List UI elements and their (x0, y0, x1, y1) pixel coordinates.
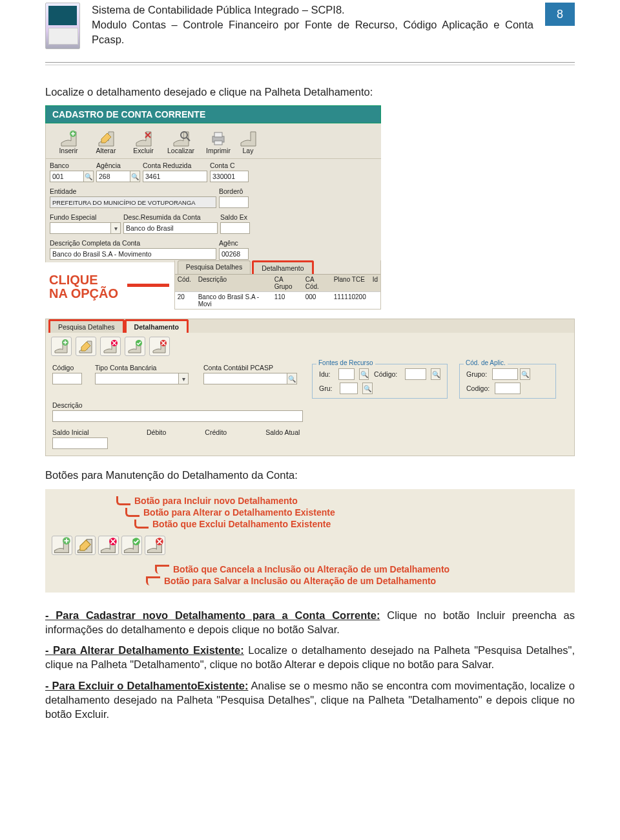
screenshot-cadastro: CADASTRO DE CONTA CORRENTE Inserir Alter… (45, 105, 381, 310)
para-cadastrar: - Para Cadastrar novo Detalhamento para … (45, 608, 575, 637)
saldo-inicial-input[interactable] (52, 437, 108, 449)
aplic-group-title: Cód. de Aplic. (464, 359, 508, 366)
descricao-input[interactable] (52, 410, 303, 422)
window-title: CADASTRO DE CONTA CORRENTE (45, 105, 381, 123)
tab-detalhamento[interactable]: Detalhamento (252, 260, 313, 274)
desc-resumida-label: Desc.Resumida da Conta (123, 213, 218, 221)
codigo-label: Código (52, 364, 83, 372)
intro-text: Localize o detalhamento desejado e cliqu… (45, 85, 575, 99)
lay-button[interactable]: Lay (237, 129, 259, 158)
lookup-icon[interactable]: 🔍 (287, 373, 297, 384)
salvar-button[interactable] (121, 536, 142, 555)
incluir-button[interactable] (51, 337, 72, 356)
agenc2-input[interactable]: 00268 (219, 248, 249, 260)
page-number-badge: 8 (545, 3, 575, 26)
svg-rect-3 (214, 132, 222, 137)
conta-pcasp-label: Conta Contábil PCASP (203, 364, 300, 372)
banco-input[interactable]: 001 (50, 171, 84, 182)
desc-cancelar: Botão que Cancela a Inclusão ou Alteraçã… (155, 564, 568, 574)
screenshot-detalhamento: Pesquisa Detalhes Detalhamento Código Ti… (45, 319, 575, 456)
fundo-input[interactable] (50, 222, 111, 234)
fontes-gru-input[interactable] (340, 383, 358, 394)
buttons-heading: Botões para Manutenção do Detalhamento d… (45, 468, 575, 482)
logo-icon (45, 3, 80, 49)
alterar-button[interactable] (76, 337, 96, 356)
salvar-button[interactable] (125, 337, 145, 356)
conta-c-input[interactable]: 330001 (210, 171, 249, 182)
dropdown-icon[interactable]: ▾ (178, 373, 189, 384)
agencia-label: Agência (96, 162, 140, 169)
para-excluir: - Para Excluir o DetalhamentoExistente: … (45, 678, 575, 722)
tab-pesquisa-detalhes[interactable]: Pesquisa Detalhes (178, 260, 251, 274)
callout-clique: CLIQUENA OPÇÃO (45, 269, 122, 300)
entidade-input: PREFEITURA DO MUNICÍPIO DE VOTUPORANGA (50, 196, 216, 208)
saldo-atual-label: Saldo Atual (265, 428, 300, 449)
lookup-icon[interactable]: 🔍 (359, 368, 369, 380)
desc-alterar: Botão para Alterar o Detalhamento Existe… (125, 507, 568, 518)
saldo-ex-input[interactable] (220, 222, 250, 234)
tab-pesquisa-detalhes[interactable]: Pesquisa Detalhes (48, 319, 125, 333)
alterar-button[interactable] (75, 536, 96, 555)
banco-label: Banco (50, 162, 94, 169)
desc-completa-input[interactable]: Banco do Brasil S.A - Movimento (50, 248, 216, 260)
agenc2-label: Agênc (219, 239, 249, 247)
desc-salvar: Botão para Salvar a Inclusão ou Alteraçã… (146, 576, 568, 586)
conta-reduzida-input[interactable]: 3461 (143, 171, 207, 182)
conta-reduzida-label: Conta Reduzida (143, 162, 207, 169)
debito-label: Débito (147, 428, 166, 449)
svg-rect-4 (214, 141, 222, 145)
imprimir-button[interactable]: Imprimir (200, 129, 237, 158)
fontes-group-title: Fontes de Recurso (316, 359, 375, 366)
excluir-button[interactable] (98, 536, 119, 555)
conta-c-label: Conta C (210, 162, 249, 169)
tab-detalhamento[interactable]: Detalhamento (125, 319, 189, 333)
bordero-label: Borderô (219, 187, 249, 195)
desc-incluir: Botão para Incluir novo Detalhamento (116, 496, 568, 506)
screenshot-buttons-legend: Botão para Incluir novo Detalhamento Bot… (45, 489, 575, 593)
saldo-ex-label: Saldo Ex (220, 213, 250, 221)
lookup-icon[interactable]: 🔍 (362, 383, 373, 394)
fontes-idu-input[interactable] (338, 368, 355, 380)
alterar-button[interactable]: Alterar (87, 129, 125, 158)
saldo-inicial-label: Saldo Inicial (52, 428, 108, 436)
lookup-icon[interactable]: 🔍 (130, 171, 140, 182)
fundo-label: Fundo Especial (50, 213, 121, 221)
bordero-input[interactable] (219, 196, 249, 208)
excluir-button[interactable] (100, 337, 121, 356)
header-text: Sistema de Contabilidade Pública Integra… (92, 3, 533, 47)
cancelar-button[interactable] (149, 337, 170, 356)
grid-header: Cód. Descrição CA Grupo CA Cód. Plano TC… (175, 274, 380, 291)
grid-row[interactable]: 20 Banco do Brasil S.A - Movi 110 000 11… (175, 291, 380, 309)
desc-resumida-input[interactable]: Banco do Brasil (123, 222, 218, 234)
entidade-label: Entidade (50, 187, 216, 195)
aplic-codigo-input[interactable] (495, 383, 521, 394)
agencia-input[interactable]: 268 (96, 171, 130, 182)
tipo-input[interactable] (95, 373, 179, 384)
page-header: Sistema de Contabilidade Pública Integra… (45, 3, 575, 49)
lookup-icon[interactable]: 🔍 (431, 368, 440, 380)
inserir-button[interactable]: Inserir (50, 129, 87, 158)
codigo-input[interactable] (52, 373, 82, 384)
cancelar-button[interactable] (145, 536, 165, 555)
desc-completa-label: Descrição Completa da Conta (50, 239, 216, 247)
incluir-button[interactable] (52, 536, 72, 555)
fontes-codigo-input[interactable] (405, 368, 426, 380)
callout-arrow (127, 284, 169, 287)
conta-pcasp-input[interactable] (203, 373, 287, 384)
desc-excluir: Botão que Exclui Detalhamento Existente (134, 519, 568, 529)
excluir-button[interactable]: Excluir (125, 129, 162, 158)
para-alterar: - Para Alterar Detalhamento Existente: L… (45, 643, 575, 672)
lookup-icon[interactable]: 🔍 (520, 368, 530, 380)
toolbar: Inserir Alterar Excluir Localizar Imprim… (50, 129, 377, 158)
descricao-label: Descrição (52, 401, 304, 409)
lookup-icon[interactable]: 🔍 (83, 171, 94, 182)
tipo-label: Tipo Conta Bancária (95, 364, 192, 372)
localizar-button[interactable]: Localizar (162, 129, 200, 158)
credito-label: Crédito (205, 428, 227, 449)
aplic-grupo-input[interactable] (492, 368, 518, 380)
dropdown-icon[interactable]: ▾ (110, 222, 121, 234)
